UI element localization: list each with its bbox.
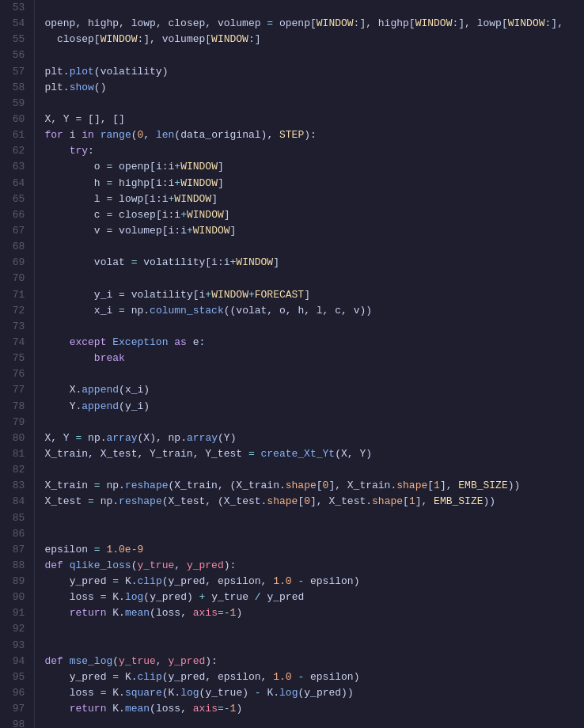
code-line-72: x_i = np.column_stack((volat, o, h, l, c… xyxy=(44,303,584,319)
code-line-75: break xyxy=(44,351,584,366)
code-line-67: v = volumep[i:i+WINDOW] xyxy=(44,223,584,239)
code-line-59 xyxy=(44,96,584,112)
code-line-56 xyxy=(44,47,584,63)
code-line-71: y_i = volatility[i+WINDOW+FORECAST] xyxy=(44,287,584,303)
code-line-96: loss = K.square(K.log(y_true) - K.log(y_… xyxy=(44,685,584,701)
code-line-94: def mse_log(y_true, y_pred): xyxy=(44,654,584,669)
code-line-78: Y.append(y_i) xyxy=(44,399,584,415)
code-line-64: h = highp[i:i+WINDOW] xyxy=(44,176,584,191)
code-line-79 xyxy=(44,415,584,430)
code-line-68 xyxy=(44,239,584,255)
code-line-89: y_pred = K.clip(y_pred, epsilon, 1.0 - e… xyxy=(44,574,584,590)
code-line-54: openp, highp, lowp, closep, volumep = op… xyxy=(44,16,584,32)
code-line-91: return K.mean(loss, axis=-1) xyxy=(44,605,584,621)
code-line-92 xyxy=(44,621,584,637)
code-line-83: X_train = np.reshape(X_train, (X_train.s… xyxy=(44,478,584,494)
code-line-82 xyxy=(44,462,584,478)
code-line-74: except Exception as e: xyxy=(44,335,584,351)
code-line-98 xyxy=(44,717,584,728)
code-line-63: o = openp[i:i+WINDOW] xyxy=(44,159,584,175)
code-line-76 xyxy=(44,366,584,382)
code-line-58: plt.show() xyxy=(44,80,584,96)
code-line-80: X, Y = np.array(X), np.array(Y) xyxy=(44,430,584,446)
code-line-87: epsilon = 1.0e-9 xyxy=(44,542,584,558)
code-line-85 xyxy=(44,510,584,526)
line-numbers-gutter: 53 54 55 56 57 58 59 60 61 62 63 64 65 6… xyxy=(0,0,35,728)
code-line-93 xyxy=(44,638,584,654)
code-line-88: def qlike_loss(y_true, y_pred): xyxy=(44,558,584,574)
code-line-60: X, Y = [], [] xyxy=(44,112,584,127)
code-line-84: X_test = np.reshape(X_test, (X_test.shap… xyxy=(44,494,584,510)
code-line-77: X.append(x_i) xyxy=(44,382,584,398)
code-line-90: loss = K.log(y_pred) + y_true / y_pred xyxy=(44,590,584,605)
code-line-55: closep[WINDOW:], volumep[WINDOW:] xyxy=(44,32,584,47)
code-editor: 53 54 55 56 57 58 59 60 61 62 63 64 65 6… xyxy=(0,0,584,728)
code-line-62: try: xyxy=(44,143,584,159)
code-line-53 xyxy=(44,0,584,16)
code-line-81: X_train, X_test, Y_train, Y_test = creat… xyxy=(44,446,584,462)
code-line-65: l = lowp[i:i+WINDOW] xyxy=(44,191,584,207)
code-line-57: plt.plot(volatility) xyxy=(44,64,584,80)
code-line-69: volat = volatility[i:i+WINDOW] xyxy=(44,255,584,271)
code-line-70 xyxy=(44,271,584,286)
code-text[interactable]: openp, highp, lowp, closep, volumep = op… xyxy=(35,0,584,728)
code-line-86 xyxy=(44,526,584,542)
code-line-97: return K.mean(loss, axis=-1) xyxy=(44,701,584,717)
code-line-73 xyxy=(44,319,584,335)
code-line-61: for i in range(0, len(data_original), ST… xyxy=(44,127,584,143)
code-line-66: c = closep[i:i+WINDOW] xyxy=(44,207,584,223)
code-line-95: y_pred = K.clip(y_pred, epsilon, 1.0 - e… xyxy=(44,669,584,685)
